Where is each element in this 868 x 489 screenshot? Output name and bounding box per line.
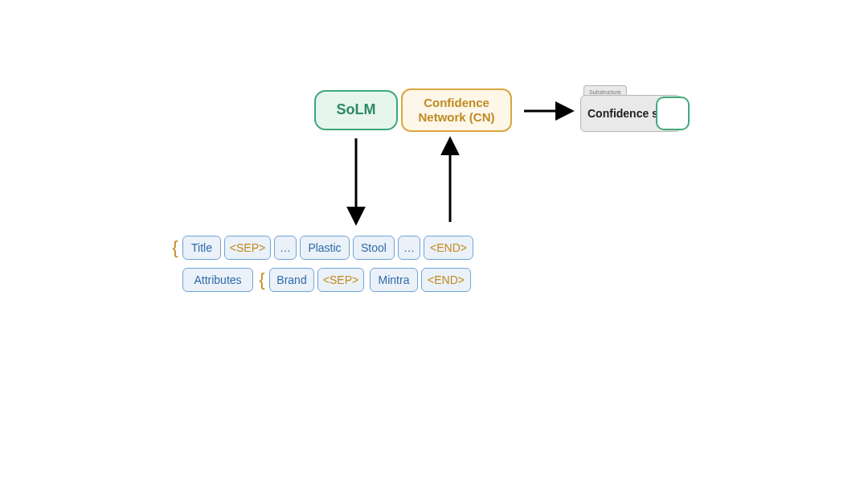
token-end-1: <END>: [424, 236, 473, 260]
token-end-1-text: <END>: [430, 241, 467, 254]
token-ellipsis-2: …: [398, 236, 420, 260]
brace-open-1: {: [170, 236, 181, 260]
token-stool: Stool: [353, 236, 395, 260]
confidence-score-slot: [656, 97, 690, 130]
token-mintra: Mintra: [370, 268, 418, 292]
token-plastic: Plastic: [300, 236, 350, 260]
token-ellipsis-1: …: [274, 236, 297, 260]
token-end-2-text: <END>: [428, 273, 465, 286]
brace-open-2: {: [256, 268, 268, 292]
solm-box: SoLM: [314, 90, 398, 130]
token-sep-2: <SEP>: [317, 268, 364, 292]
confidence-network-label: Confidence Network (CN): [407, 96, 506, 125]
token-sep-1: <SEP>: [224, 236, 271, 260]
token-sep-1-text: <SEP>: [230, 241, 265, 254]
token-brand-text: Brand: [276, 273, 306, 286]
confidence-score-box: Substructure Confidence score: [580, 95, 683, 132]
token-plastic-text: Plastic: [308, 241, 341, 254]
brace-open-1-text: {: [172, 237, 178, 258]
token-ellipsis-1-text: …: [280, 241, 291, 254]
token-sep-2-text: <SEP>: [323, 273, 358, 286]
token-ellipsis-2-text: …: [403, 241, 415, 254]
token-attributes-text: Attributes: [194, 273, 241, 286]
brace-open-2-text: {: [259, 269, 264, 290]
token-brand: Brand: [269, 268, 314, 292]
token-title-text: Title: [191, 241, 212, 254]
token-title: Title: [182, 236, 221, 260]
solm-label: SoLM: [337, 101, 376, 119]
token-mintra-text: Mintra: [379, 273, 410, 286]
confidence-network-box: Confidence Network (CN): [401, 88, 512, 132]
token-attributes: Attributes: [182, 268, 253, 292]
token-stool-text: Stool: [361, 241, 387, 254]
token-end-2: <END>: [421, 268, 471, 292]
confidence-score-tab-label: Substructure: [589, 89, 621, 95]
